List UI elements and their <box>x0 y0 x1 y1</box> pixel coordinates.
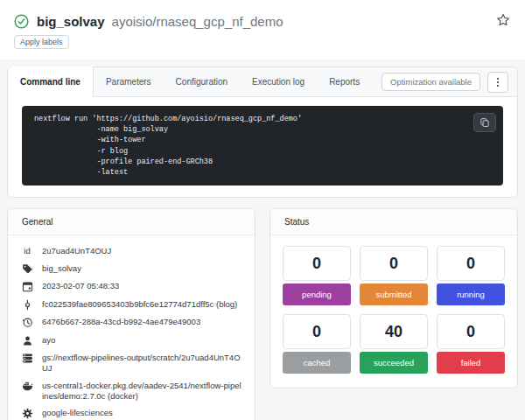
optimization-available-button[interactable]: Optimization available <box>382 73 480 91</box>
status-card-title: Status <box>270 209 517 235</box>
tab-reports[interactable]: Reports <box>317 66 372 96</box>
general-row-session: 6476b667-288a-43cd-b992-4ae479e49003 <box>20 317 242 328</box>
general-row-workdir: gs://nextflow-pipelines-output/scratch/2… <box>20 353 242 374</box>
calendar-icon <box>20 281 34 292</box>
user-icon <box>20 335 34 346</box>
copy-button[interactable] <box>473 113 496 132</box>
session-history-icon <box>20 317 34 328</box>
content-area: Command line Parameters Configuration Ex… <box>0 60 525 420</box>
pending-badge: pending <box>283 284 351 305</box>
general-row-commit: fc022539fae809653403b9bfc6e12774d71dff5c… <box>20 299 242 311</box>
server-icon <box>20 353 34 364</box>
submitted-count: 0 <box>360 246 428 281</box>
general-row-user: ayo <box>20 335 242 346</box>
apply-labels-button[interactable]: Apply labels <box>14 35 69 49</box>
run-name-value: big_solvay <box>42 263 81 274</box>
pending-count: 0 <box>283 246 351 281</box>
general-row-date: 2023-02-07 05:48:33 <box>20 281 242 292</box>
submitted-badge: submitted <box>360 284 428 305</box>
cached-badge: cached <box>283 352 351 374</box>
status-tile-failed: 0 failed <box>437 314 505 374</box>
commit-id-value: fc022539fae809653403b9bfc6e12774d71dff5c… <box>42 299 237 310</box>
status-tile-pending: 0 pending <box>283 246 351 305</box>
workdir-user-value: ayo <box>42 335 55 346</box>
tab-parameters[interactable]: Parameters <box>94 66 164 96</box>
session-id-value: 6476b667-288a-43cd-b992-4ae479e49003 <box>42 317 200 327</box>
check-circle-icon <box>14 14 29 29</box>
tags-icon <box>20 263 34 275</box>
tab-command-line[interactable]: Command line <box>8 66 94 97</box>
kebab-menu-button[interactable] <box>487 72 508 93</box>
tab-bar: Command line Parameters Configuration Ex… <box>8 67 517 97</box>
status-tile-cached: 0 cached <box>283 314 351 374</box>
run-id-value: 2u7uad4UnT4OUJ <box>42 246 111 256</box>
kebab-menu-icon <box>492 76 504 88</box>
general-row-executor: google-lifesciences <box>20 408 242 419</box>
id-text-label: id <box>20 246 34 256</box>
docker-icon <box>20 381 34 392</box>
tab-execution-log[interactable]: Execution log <box>240 66 317 96</box>
general-row-run-name: big_solvay <box>20 263 242 275</box>
running-count: 0 <box>437 246 505 281</box>
git-commit-icon <box>20 299 34 311</box>
executor-value: google-lifesciences <box>42 408 113 418</box>
failed-count: 0 <box>437 314 505 349</box>
gear-icon <box>20 408 34 419</box>
star-outline-icon <box>496 13 510 27</box>
start-date-value: 2023-02-07 05:48:33 <box>42 281 119 291</box>
status-card: Status 0 pending 0 submitted 0 running 0… <box>270 208 518 388</box>
copy-icon <box>480 117 490 128</box>
command-text: nextflow run 'https://github.com/ayoisio… <box>34 114 491 178</box>
general-row-id: id 2u7uad4UnT4OUJ <box>20 246 242 256</box>
run-name: big_solvay <box>37 14 105 29</box>
container-value: us-central1-docker.pkg.dev/aadev-2541/ne… <box>42 381 242 402</box>
star-button[interactable] <box>495 13 511 29</box>
general-card: General id 2u7uad4UnT4OUJ big_solvay <box>7 208 256 420</box>
status-tile-succeeded: 40 succeeded <box>360 314 428 374</box>
status-tile-submitted: 0 submitted <box>360 246 428 305</box>
workdir-value: gs://nextflow-pipelines-output/scratch/2… <box>42 353 242 374</box>
running-badge: running <box>437 284 505 305</box>
command-line-card: Command line Parameters Configuration Ex… <box>7 66 518 198</box>
status-tile-running: 0 running <box>437 246 505 305</box>
general-row-container: us-central1-docker.pkg.dev/aadev-2541/ne… <box>20 381 242 402</box>
succeeded-count: 40 <box>360 314 428 349</box>
page-header: big_solvay ayoisio/rnaseq_gcp_nf_demo Ap… <box>0 0 525 60</box>
tab-configuration[interactable]: Configuration <box>164 66 240 96</box>
project-name: ayoisio/rnaseq_gcp_nf_demo <box>112 14 284 29</box>
general-card-title: General <box>8 209 255 235</box>
succeeded-badge: succeeded <box>360 352 428 374</box>
failed-badge: failed <box>437 352 505 374</box>
cached-count: 0 <box>283 314 351 349</box>
command-code-block: nextflow run 'https://github.com/ayoisio… <box>22 106 503 186</box>
